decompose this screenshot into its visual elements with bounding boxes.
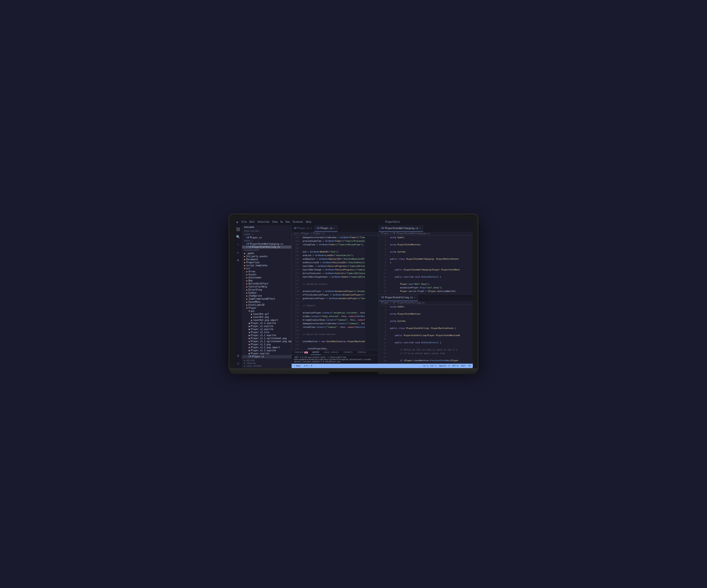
menu-view[interactable]: View	[272, 221, 277, 223]
folder-properties[interactable]: ▶ Properties	[242, 261, 291, 264]
panel-tab-debug[interactable]: DEBUG CONSOLE	[322, 350, 340, 355]
activity-remote[interactable]: ⚙	[235, 353, 241, 359]
right-top-code-editor[interactable]: 12345 678910 1112131415 1617181920 2122 …	[379, 236, 473, 294]
panel-tab-output[interactable]: OUTPUT	[311, 350, 321, 355]
file-player-v11-asprite[interactable]: ◉ Player_v1.1.asprite	[242, 334, 291, 337]
tab-close-btn[interactable]: ×	[414, 296, 415, 299]
main-code-editor[interactable]: 103104105106 107108109110 111112113114 1…	[292, 236, 379, 350]
folder-src[interactable]: ▼ src	[242, 267, 291, 270]
sidebar-outline[interactable]: ▶ OUTLINE	[242, 359, 291, 362]
file-player-v11-png[interactable]: ◉ Player_v1.1.spritesheet.png	[242, 337, 291, 340]
activity-bar: ⬛ 🔍 ⑂ ▷ ⊞ ⚙ ◯	[234, 225, 242, 368]
folder-gui[interactable]: ▼ gui	[242, 309, 291, 313]
menu-run[interactable]: Run	[286, 221, 290, 223]
code-line	[390, 254, 471, 257]
panel-tab-terminal[interactable]: TERMINAL	[356, 350, 368, 355]
code-line: effectAnimationPlayer = GetNode<Animatio…	[303, 293, 363, 297]
folder-jumpeffect[interactable]: ▶ JumpFromGroundEffect	[242, 297, 291, 300]
project-name-label[interactable]: REASONSLEEPS	[242, 249, 291, 252]
breadcrumb-item[interactable]: C# PlayerStateFalling.cs	[393, 302, 425, 304]
right-top-code-content[interactable]: using Godot; using PLayerStateMachine; u…	[388, 236, 473, 294]
folder-assets[interactable]: ▶ Assets	[242, 273, 291, 276]
file-player-v22[interactable]: ◉ Player_v2.2.asprite	[242, 322, 291, 325]
group2-label[interactable]: GROUP 2	[242, 239, 291, 243]
file-laserdot-png[interactable]: ◉ laserDot.png	[242, 316, 291, 319]
folder-documents[interactable]: ▶ Documents	[242, 258, 291, 261]
activity-git[interactable]: ⑂	[235, 242, 241, 248]
folder-3rdparty[interactable]: ▶ 3rd_party_assets	[242, 255, 291, 258]
menu-edit[interactable]: Edit	[249, 221, 255, 223]
file-player-v13[interactable]: ◉ Player_v1.3.asprite	[242, 349, 291, 352]
tab-wallhanging[interactable]: C# PlayerStateWallhanging.cs ×	[379, 225, 423, 232]
folder-eyeeye[interactable]: ▶ EyeEye	[242, 291, 291, 294]
sidebar-content[interactable]: OPEN EDITORS GROUP 1 C# Player.cs GROUP …	[242, 229, 291, 359]
open-editor-player[interactable]: C# Player.cs	[242, 236, 291, 239]
activity-account[interactable]: ◯	[235, 360, 241, 366]
breadcrumb-src[interactable]: src	[294, 232, 298, 235]
sidebar-timeline[interactable]: ▶ TIMELINE	[242, 362, 291, 365]
tab-close-btn[interactable]: ×	[419, 227, 420, 229]
folder-autoloader[interactable]: ▶ Autoloader	[242, 276, 291, 279]
file-player-v2b[interactable]: ◉ Player_v2.asprite	[242, 328, 291, 331]
main-code-content[interactable]: damageInvulnerabilityWindow = GetNode<Ti…	[300, 236, 365, 350]
menu-file[interactable]: File	[241, 221, 247, 223]
folder-bob[interactable]: ▶ Bob	[242, 279, 291, 282]
folder-pixellight[interactable]: ▶ PixelLight2D	[242, 303, 291, 306]
folder-player[interactable]: ▼ Player	[242, 306, 291, 309]
status-errors[interactable]: ⊗ 0 ⚠ 0	[304, 365, 312, 367]
folder-bullethiteffect[interactable]: ▶ BulletHitEffect	[242, 282, 291, 285]
folder-itemsprite[interactable]: ▶ ItemSprite	[242, 294, 291, 297]
tab-filename: PlayerStateWallhanging.cs	[385, 227, 418, 229]
tab-close-btn[interactable]: ×	[334, 227, 335, 229]
right-bottom-code-content[interactable]: using Godot; using PLayerStateMachine; u…	[388, 305, 473, 364]
panel-tab-comments[interactable]: COMMENTS	[342, 350, 354, 355]
open-editor-falling[interactable]: × C# PlayerStateFalling.cs	[242, 246, 291, 249]
file-player-asprite[interactable]: ◉ Player.asprite	[242, 352, 291, 355]
breadcrumb-player-cs[interactable]: Player.cs	[313, 232, 325, 235]
activity-extensions[interactable]: ⊞	[235, 257, 241, 263]
tab-player-cs-1[interactable]: C# Player.cs ×	[292, 225, 314, 232]
breadcrumb-item[interactable]: Player	[381, 232, 389, 235]
menu-terminal[interactable]: Terminal	[293, 221, 303, 223]
group1-label[interactable]: GROUP 1	[242, 233, 291, 236]
activity-debug[interactable]: ▷	[235, 250, 241, 256]
right-bottom-code-editor[interactable]: 12345 678910 1112131415 161718 using God…	[379, 305, 473, 364]
panel-tab-problems[interactable]: PROBLEMS 20	[293, 350, 310, 355]
file-laserdot-gif[interactable]: ◉ laserDot.gif	[242, 313, 291, 316]
activity-search[interactable]: 🔍	[235, 234, 241, 240]
breadcrumb-item[interactable]: C# PlayerStateWallhanging.cs	[393, 232, 430, 235]
folder-controllerhelp[interactable]: ▶ ControllerHelp	[242, 285, 291, 288]
folder-script-templates[interactable]: ▶ script_templates	[242, 264, 291, 267]
asprite-icon: ◉	[248, 328, 250, 331]
titlebar-menu: File Edit Selection View Go Run Terminal…	[241, 221, 311, 223]
folder-pausemenu[interactable]: ▶ PauseMenu	[242, 300, 291, 303]
file-player-v2[interactable]: ◉ Player_v2.asprite	[242, 325, 291, 328]
file-player-v11-import[interactable]: ◉ Player_v1.1.spritesheet.png.import	[242, 340, 291, 343]
problems-badge: 20	[304, 352, 308, 354]
menu-help[interactable]: Help	[306, 221, 311, 223]
breadcrumb-item[interactable]: Player	[381, 302, 389, 304]
folder-arrow[interactable]: ▶ Arrow	[242, 270, 291, 273]
folder-directfrog[interactable]: ▶ DirectFrog	[242, 288, 291, 291]
file-laserdot-import[interactable]: ◉ laserDot.png.import	[242, 319, 291, 322]
menu-selection[interactable]: Selection	[258, 221, 270, 223]
menu-go[interactable]: Go	[280, 221, 283, 223]
file-player-v12-import[interactable]: ◉ Player_v1.2.png.import	[242, 346, 291, 349]
file-player-tscn[interactable]: ◑ Player_v2.tscn	[242, 331, 291, 334]
right-bottom-line-numbers: 12345 678910 1112131415 161718	[379, 305, 388, 364]
open-editor-wallhanging[interactable]: C# PlayerStateWallhanging.cs	[242, 243, 291, 246]
tab-falling[interactable]: C# PlayerStateFalling.cs ×	[379, 294, 418, 301]
main-tab-bar: C# Player.cs × C# Player.cs ×	[292, 225, 379, 232]
folder-icon: ▶	[246, 301, 248, 303]
file-player-v12-png[interactable]: ◉ Player_v1.2.png	[242, 343, 291, 346]
tab-close-btn[interactable]: ×	[311, 227, 312, 229]
folder-godot[interactable]: ▶ .godot	[242, 252, 291, 255]
status-branch[interactable]: ⑂ main	[294, 365, 301, 367]
tab-player-cs-2[interactable]: C# Player.cs ×	[314, 225, 337, 232]
open-editors-label[interactable]: OPEN EDITORS	[242, 229, 291, 233]
activity-explorer[interactable]: ⬛	[235, 226, 241, 232]
file-player-cs[interactable]: C# Player.cs	[242, 355, 291, 358]
status-language[interactable]: C#	[468, 365, 471, 367]
sidebar-localhistory[interactable]: ▶ LOCAL HISTORY	[242, 365, 291, 368]
breadcrumb-player-folder[interactable]: Player	[301, 232, 309, 235]
